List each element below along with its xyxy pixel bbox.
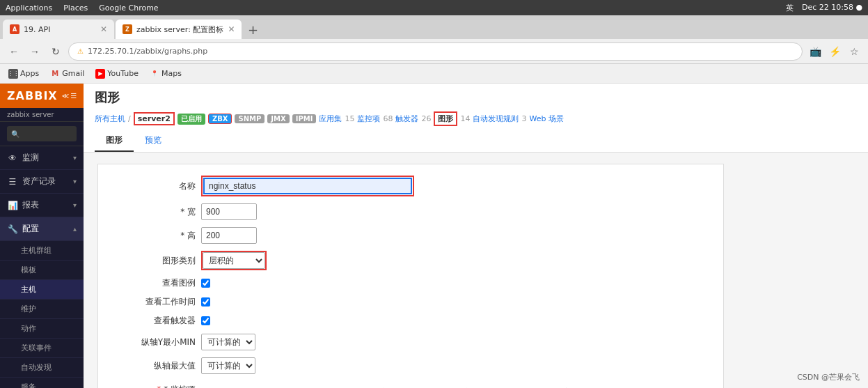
ymin-label: 纵轴Y最小MIN	[112, 336, 196, 348]
address-bar: ← → ↻ ⚠ 172.25.70.1/zabbix/graphs.php 📺 …	[0, 39, 868, 64]
cast-button[interactable]: 📺	[807, 43, 823, 60]
sidebar-config-label: 配置	[22, 223, 69, 235]
tab-favicon-api: A	[10, 24, 19, 34]
name-label: 名称	[112, 180, 196, 192]
bookmark-button[interactable]: ☆	[846, 43, 862, 60]
os-bar-left: Applications Places Google Chrome	[6, 3, 159, 13]
bookmark-gmail-label: Gmail	[62, 69, 84, 78]
bookmark-youtube[interactable]: ▶ YouTube	[93, 68, 141, 80]
sidebar-item-config[interactable]: 🔧 配置 ▴	[0, 217, 84, 241]
col-y-axis: 纵轴Y侧	[448, 384, 558, 388]
tab-api[interactable]: A 19. API ✕	[3, 20, 114, 39]
enabled-badge: 已启用	[177, 114, 205, 125]
refresh-button[interactable]: ↻	[47, 43, 64, 60]
server2-highlight[interactable]: server2	[134, 112, 175, 125]
tab-close-zabbix[interactable]: ✕	[228, 24, 235, 34]
monitoring-arrow-icon: ▾	[73, 154, 77, 162]
sidebar-item-reports[interactable]: 📊 报表 ▾	[0, 194, 84, 217]
host-nav: 所有主机 / server2 已启用 ZBX SNMP JMX IPMI 应用集…	[95, 111, 857, 126]
sidebar-sub-correlation[interactable]: 关联事件	[0, 339, 84, 358]
all-hosts-link[interactable]: 所有主机	[95, 114, 125, 124]
legend-checkbox[interactable]	[201, 279, 210, 288]
form-row-worktime: 查看工作时间	[112, 296, 709, 308]
form-row-type: 图形类别 层积的 普通 饼图 分解的饼图	[112, 251, 709, 270]
height-input[interactable]	[201, 227, 257, 244]
web-link[interactable]: Web 场景	[529, 114, 563, 124]
worktime-label: 查看工作时间	[112, 296, 196, 308]
bookmark-apps[interactable]: ⋮⋮ Apps	[6, 68, 42, 80]
sidebar-sub-actions[interactable]: 动作	[0, 319, 84, 339]
os-places[interactable]: Places	[63, 3, 88, 13]
sidebar-search-input[interactable]	[7, 126, 77, 141]
tab-zabbix[interactable]: Z zabbix server: 配置图标 ✕	[116, 20, 242, 39]
tab-label-zabbix: zabbix server: 配置图标	[136, 24, 223, 35]
zbx-badge: ZBX	[208, 114, 232, 124]
sidebar-item-assets[interactable]: ☰ 资产记录 ▾	[0, 170, 84, 194]
tab-graph[interactable]: 图形	[95, 130, 134, 152]
graphs-count: 14	[460, 114, 470, 123]
triggers-checkbox[interactable]	[201, 316, 210, 325]
assets-arrow-icon: ▾	[73, 178, 77, 185]
col-function: 功能	[373, 384, 448, 388]
sidebar-menu-icon[interactable]: ☰	[70, 92, 77, 100]
discovery-count: 3	[521, 114, 526, 123]
sidebar-sub-services[interactable]: 服务	[0, 378, 84, 388]
snmp-badge: SNMP	[235, 114, 265, 123]
extension-button[interactable]: ⚡	[826, 43, 843, 60]
bookmark-maps-label: Maps	[161, 69, 182, 78]
form-row-name: 名称	[112, 176, 709, 196]
form-row-legend: 查看图例	[112, 277, 709, 289]
bookmark-maps[interactable]: 📍 Maps	[147, 68, 184, 80]
sidebar-sub-host-groups[interactable]: 主机群组	[0, 241, 84, 261]
ymin-select[interactable]: 可计算的 固定的 监控项	[201, 334, 255, 350]
os-chrome[interactable]: Google Chrome	[99, 3, 158, 13]
sidebar-assets-label: 资产记录	[22, 176, 69, 187]
config-icon: 🔧	[7, 224, 18, 234]
graphs-highlight[interactable]: 图形	[434, 111, 457, 126]
graph-type-select[interactable]: 层积的 普通 饼图 分解的饼图	[203, 252, 265, 269]
content-area: 图形 所有主机 / server2 已启用 ZBX SNMP JMX IPMI …	[84, 84, 868, 388]
discovery-link[interactable]: 自动发现规则	[473, 114, 519, 124]
width-input[interactable]	[201, 203, 257, 220]
sidebar-monitoring-label: 监测	[22, 152, 69, 164]
bookmark-youtube-label: YouTube	[107, 69, 139, 78]
sidebar-sub-discovery[interactable]: 自动发现	[0, 358, 84, 378]
worktime-checkbox[interactable]	[201, 297, 210, 306]
col-color: 颜色	[559, 384, 634, 388]
sidebar-sub-templates[interactable]: 模板	[0, 261, 84, 280]
sidebar-sub-hosts[interactable]: 主机	[0, 280, 84, 300]
col-monitoring: 监控项	[201, 384, 298, 388]
monitoring-link[interactable]: 监控项	[357, 114, 380, 124]
os-lang: 英	[786, 3, 794, 13]
name-red-box	[201, 176, 414, 196]
tab-close-api[interactable]: ✕	[100, 24, 107, 34]
triggers-show-label: 查看触发器	[112, 315, 196, 327]
sidebar-nav: 👁 监测 ▾ ☰ 资产记录 ▾ 📊 报表 ▾ 🔧 配置 ▴ 主机群组 模板 主机	[0, 146, 84, 388]
form-row-width: * 宽	[112, 203, 709, 220]
legend-label: 查看图例	[112, 277, 196, 289]
ymax-select[interactable]: 可计算的 固定的 监控项	[201, 357, 255, 374]
jmx-badge: JMX	[267, 114, 289, 123]
sidebar-item-monitoring[interactable]: 👁 监测 ▾	[0, 146, 84, 170]
back-button[interactable]: ←	[6, 43, 22, 60]
sidebar-sub-maintenance[interactable]: 维护	[0, 300, 84, 319]
main-layout: ZABBIX ≪ ☰ zabbix server 👁 监测 ▾ ☰ 资产记录 ▾…	[0, 84, 868, 388]
forward-button[interactable]: →	[26, 43, 43, 60]
tab-label-api: 19. API	[24, 25, 50, 34]
os-applications[interactable]: Applications	[6, 3, 52, 13]
app-set-link[interactable]: 应用集	[319, 114, 342, 124]
apps-icon: ⋮⋮	[8, 69, 18, 79]
bookmark-gmail[interactable]: M Gmail	[47, 68, 87, 80]
ipmi-badge: IPMI	[292, 114, 317, 123]
triggers-link[interactable]: 触发器	[395, 114, 418, 124]
name-input[interactable]	[203, 178, 412, 194]
sidebar-collapse-icon[interactable]: ≪	[62, 92, 69, 100]
monitoring-icon: 👁	[7, 153, 18, 163]
address-input[interactable]: ⚠ 172.25.70.1/zabbix/graphs.php	[68, 42, 803, 61]
sidebar: ZABBIX ≪ ☰ zabbix server 👁 监测 ▾ ☰ 资产记录 ▾…	[0, 84, 84, 388]
assets-icon: ☰	[7, 177, 18, 187]
browser-chrome: A 19. API ✕ Z zabbix server: 配置图标 ✕ + ← …	[0, 15, 868, 84]
page-title: 图形	[95, 89, 857, 106]
tab-new-button[interactable]: +	[243, 20, 262, 39]
tab-preview[interactable]: 预览	[134, 130, 173, 152]
